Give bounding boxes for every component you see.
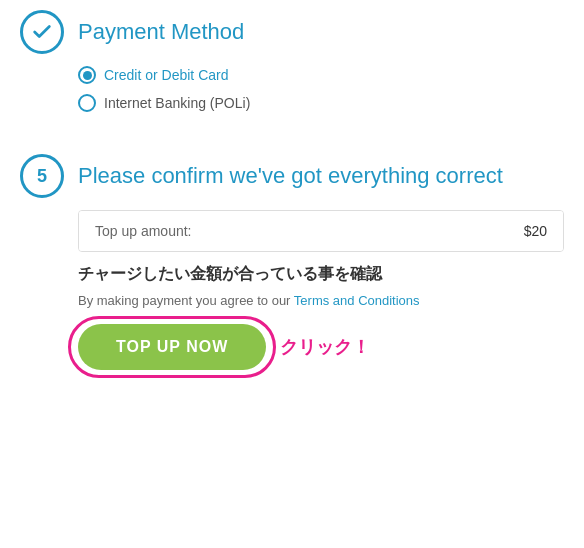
section5-title: Please confirm we've got everything corr… [78, 163, 503, 189]
confirm-box: Top up amount: $20 [78, 210, 564, 252]
internet-banking-option[interactable]: Internet Banking (POLi) [78, 94, 564, 112]
terms-prefix: By making payment you agree to our [78, 293, 294, 308]
topup-row: TOP UP NOW クリック！ [78, 324, 564, 370]
section5-header: 5 Please confirm we've got everything co… [20, 154, 564, 198]
internet-banking-label: Internet Banking (POLi) [104, 95, 250, 111]
amount-label: Top up amount: [95, 223, 192, 239]
page-container: Payment Method Credit or Debit Card Inte… [0, 0, 584, 390]
topup-button-wrapper: TOP UP NOW [78, 324, 266, 370]
click-annotation: クリック！ [280, 335, 370, 359]
credit-card-label: Credit or Debit Card [104, 67, 229, 83]
section5-content: Top up amount: $20 チャージしたい金額が合っている事を確認 B… [78, 210, 564, 370]
amount-value: $20 [524, 223, 547, 239]
terms-text: By making payment you agree to our Terms… [78, 293, 564, 308]
section5-wrapper: 5 Please confirm we've got everything co… [20, 154, 564, 370]
credit-card-option[interactable]: Credit or Debit Card [78, 66, 564, 84]
internet-banking-radio[interactable] [78, 94, 96, 112]
step4-circle [20, 10, 64, 54]
section4-title: Payment Method [78, 19, 244, 45]
section-gap [20, 122, 564, 146]
section4-header: Payment Method [20, 10, 564, 54]
credit-card-radio[interactable] [78, 66, 96, 84]
japanese-confirmation-text: チャージしたい金額が合っている事を確認 [78, 264, 564, 285]
step5-circle: 5 [20, 154, 64, 198]
terms-link[interactable]: Terms and Conditions [294, 293, 420, 308]
payment-method-options: Credit or Debit Card Internet Banking (P… [78, 66, 564, 112]
step5-number: 5 [37, 166, 47, 187]
amount-row: Top up amount: $20 [79, 211, 563, 251]
topup-now-button[interactable]: TOP UP NOW [78, 324, 266, 370]
